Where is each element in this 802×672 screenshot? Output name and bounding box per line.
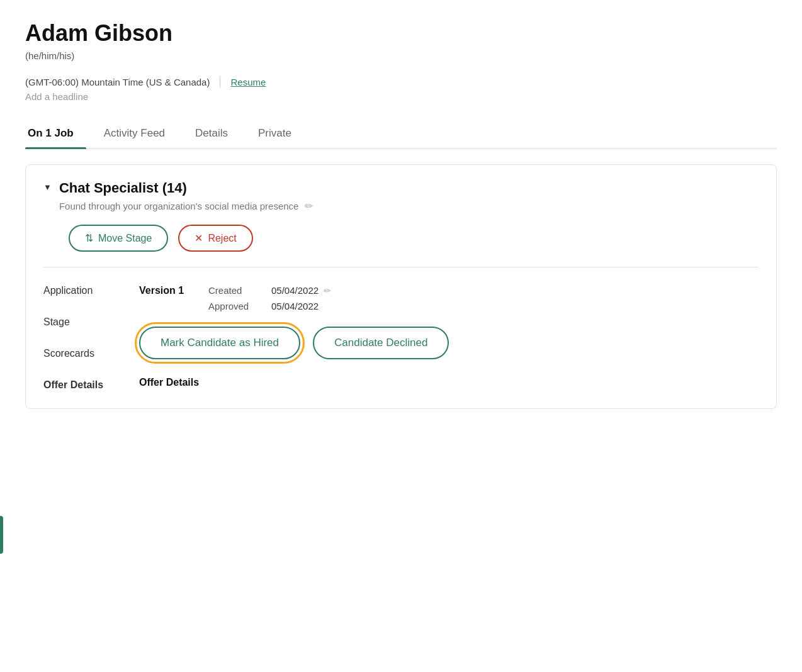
meta-divider	[220, 76, 220, 87]
tab-on-job[interactable]: On 1 Job	[25, 120, 86, 148]
reject-button[interactable]: ✕ Reject	[178, 225, 252, 252]
source-edit-icon[interactable]: ✏	[305, 200, 313, 212]
label-offer-details: Offer Details	[43, 379, 127, 391]
offer-details-heading: Offer Details	[139, 377, 759, 388]
candidate-name: Adam Gibson	[25, 20, 777, 47]
details-right-column: Version 1 Created 05/04/2022 ✏ Approved …	[127, 267, 776, 408]
job-source-text: Found through your organization's social…	[59, 201, 299, 211]
created-edit-icon[interactable]: ✏	[324, 286, 331, 296]
approved-date: 05/04/2022	[271, 301, 353, 311]
offer-dates-grid: Created 05/04/2022 ✏ Approved 05/04/2022	[208, 285, 353, 311]
label-application: Application	[43, 285, 127, 296]
tab-details[interactable]: Details	[193, 120, 240, 148]
label-scorecards: Scorecards	[43, 348, 127, 359]
offer-action-buttons: Mark Candidate as Hired Candidate Declin…	[139, 327, 759, 359]
job-card: ▼ Chat Specialist (14) Found through you…	[25, 164, 777, 409]
details-grid: Application Stage Scorecards Offer Detai…	[26, 267, 776, 408]
offer-version-section: Version 1 Created 05/04/2022 ✏ Approved …	[139, 285, 759, 311]
move-stage-button[interactable]: ⇅ Move Stage	[69, 225, 168, 252]
candidate-meta: (GMT-06:00) Mountain Time (US & Canada) …	[25, 76, 777, 87]
candidate-timezone: (GMT-06:00) Mountain Time (US & Canada)	[25, 77, 210, 87]
move-stage-icon: ⇅	[85, 232, 93, 244]
details-left-column: Application Stage Scorecards Offer Detai…	[26, 267, 127, 408]
candidate-headline[interactable]: Add a headline	[25, 91, 777, 102]
offer-version-row: Version 1 Created 05/04/2022 ✏ Approved …	[139, 285, 759, 311]
tab-activity-feed[interactable]: Activity Feed	[101, 120, 178, 148]
created-date: 05/04/2022 ✏	[271, 285, 353, 296]
job-title: Chat Specialist (14)	[59, 180, 759, 196]
version-label: Version 1	[139, 285, 208, 296]
candidate-pronouns: (he/him/his)	[25, 50, 777, 61]
approved-label: Approved	[208, 301, 271, 311]
tab-private[interactable]: Private	[256, 120, 304, 148]
job-section-header: ▼ Chat Specialist (14) Found through you…	[26, 165, 776, 222]
page-container: Adam Gibson (he/him/his) (GMT-06:00) Mou…	[0, 0, 802, 434]
resume-link[interactable]: Resume	[230, 77, 266, 87]
job-source-row: Found through your organization's social…	[59, 200, 759, 212]
candidate-declined-button[interactable]: Candidate Declined	[313, 327, 449, 359]
left-accent-bar	[0, 516, 3, 554]
job-section-info: Chat Specialist (14) Found through your …	[59, 180, 759, 212]
tabs-container: On 1 Job Activity Feed Details Private	[25, 120, 777, 149]
created-label: Created	[208, 285, 271, 296]
mark-candidate-hired-button[interactable]: Mark Candidate as Hired	[139, 327, 300, 359]
reject-icon: ✕	[195, 232, 203, 244]
stage-action-buttons: ⇅ Move Stage ✕ Reject	[26, 222, 776, 267]
collapse-arrow-icon[interactable]: ▼	[43, 182, 52, 192]
label-stage: Stage	[43, 316, 127, 328]
